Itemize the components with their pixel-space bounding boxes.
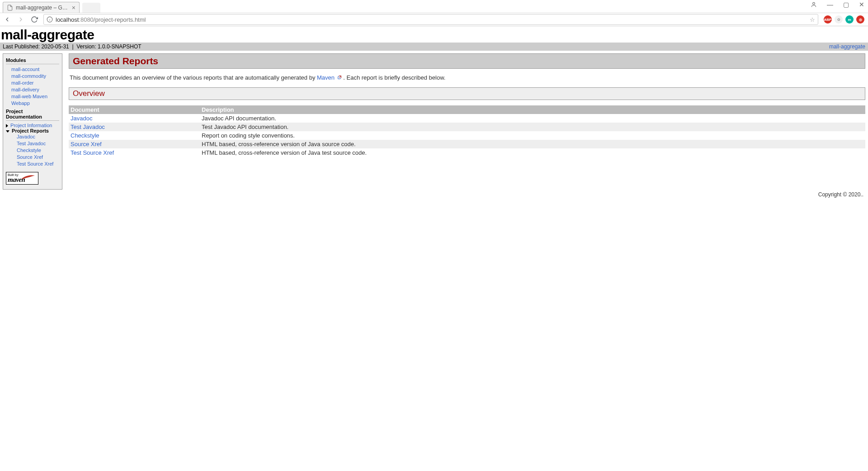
info-icon[interactable] <box>47 16 53 23</box>
address-bar-row: localhost:8080/project-reports.html ☆ AB… <box>0 13 868 26</box>
external-link-icon <box>337 74 342 81</box>
tab-strip: mall-aggregate – Gene × — ▢ ✕ <box>0 0 868 13</box>
report-link[interactable]: Test Javadoc <box>71 124 105 130</box>
intro-text-post: . Each report is briefly described below… <box>343 74 445 81</box>
meta-bar: Last Published: 2020-05-31 | Version: 1.… <box>0 43 868 51</box>
version-label: Version: 1.0.0-SNAPSHOT <box>76 43 141 50</box>
sidebar-item-report[interactable]: Javadoc <box>17 134 35 139</box>
sidebar: Modules mall-account mall-commodity mall… <box>3 53 62 190</box>
reload-icon[interactable] <box>31 16 38 23</box>
main-content: Generated Reports This document provides… <box>69 53 865 157</box>
browser-tab[interactable]: mall-aggregate – Gene × <box>3 2 80 13</box>
maven-logo: maven <box>8 176 37 183</box>
built-by-maven-badge[interactable]: Built by: maven <box>6 172 38 185</box>
table-header-row: Document Description <box>69 105 865 114</box>
reports-table: Document Description Javadoc Javadoc API… <box>69 105 865 157</box>
forward-icon[interactable] <box>17 16 24 23</box>
report-link[interactable]: Source Xref <box>71 141 102 147</box>
table-row: Source Xref HTML based, cross-reference … <box>69 140 865 148</box>
sidebar-item-report[interactable]: Checkstyle <box>17 147 41 153</box>
file-icon <box>7 5 13 11</box>
user-icon[interactable] <box>811 1 817 8</box>
close-window-icon[interactable]: ✕ <box>859 1 864 8</box>
intro-text-pre: This document provides an overview of th… <box>70 74 317 81</box>
browser-chrome: mall-aggregate – Gene × — ▢ ✕ localhost:… <box>0 0 868 26</box>
extension-icon-teal[interactable]: m <box>845 15 854 24</box>
intro-paragraph: This document provides an overview of th… <box>69 74 865 81</box>
th-description: Description <box>200 105 865 114</box>
meta-left: Last Published: 2020-05-31 | Version: 1.… <box>3 43 142 50</box>
address-bar[interactable]: localhost:8080/project-reports.html ☆ <box>43 14 818 25</box>
bookmark-star-icon[interactable]: ☆ <box>810 16 815 23</box>
reports-list: Javadoc Test Javadoc Checkstyle Source X… <box>6 133 59 167</box>
sidebar-item-project-info[interactable]: Project Information <box>6 123 59 128</box>
table-row: Test Javadoc Test Javadoc API documentat… <box>69 123 865 131</box>
table-row: Javadoc Javadoc API documentation. <box>69 114 865 123</box>
th-document: Document <box>69 105 200 114</box>
window-controls: — ▢ ✕ <box>811 1 864 8</box>
section-heading: Generated Reports <box>69 53 865 69</box>
footer-copyright: Copyright © 2020.. <box>0 190 868 198</box>
maven-link[interactable]: Maven <box>317 74 335 81</box>
sidebar-item-project-reports[interactable]: Project Reports <box>6 128 59 133</box>
sidebar-item-module[interactable]: mall-delivery <box>11 87 39 92</box>
report-desc: Test Javadoc API documentation. <box>200 123 865 131</box>
table-row: Test Source Xref HTML based, cross-refer… <box>69 148 865 157</box>
sidebar-item-report[interactable]: Test Source Xref <box>17 161 53 167</box>
subsection-heading: Overview <box>69 87 865 100</box>
extension-icons: ABP ✿ m ◎ <box>824 15 864 24</box>
svg-point-0 <box>813 2 815 5</box>
modules-list: mall-account mall-commodity mall-order m… <box>6 66 59 107</box>
sidebar-item-module[interactable]: mall-web Maven Webapp <box>11 94 47 106</box>
page-body: mall-aggregate Last Published: 2020-05-3… <box>0 27 868 198</box>
report-desc: HTML based, cross-reference version of J… <box>200 140 865 148</box>
back-icon[interactable] <box>4 16 11 23</box>
new-tab-button[interactable] <box>82 3 100 13</box>
report-desc: Report on coding style conventions. <box>200 131 865 140</box>
breadcrumb-link[interactable]: mall-aggregate <box>829 43 865 50</box>
last-published-label: Last Published: 2020-05-31 <box>3 43 69 50</box>
chevron-down-icon <box>6 130 9 133</box>
feather-icon <box>20 175 36 180</box>
report-link[interactable]: Test Source Xref <box>71 149 114 156</box>
maximize-icon[interactable]: ▢ <box>843 1 849 8</box>
sidebar-item-report[interactable]: Test Javadoc <box>17 141 46 146</box>
tab-title: mall-aggregate – Gene <box>16 5 69 11</box>
extension-icon-red[interactable]: ◎ <box>856 15 864 24</box>
abp-extension-icon[interactable]: ABP <box>824 15 832 24</box>
page-title: mall-aggregate <box>1 27 868 43</box>
project-reports-label: Project Reports <box>12 128 49 133</box>
sidebar-item-module[interactable]: mall-order <box>11 80 34 86</box>
sidebar-item-module[interactable]: mall-account <box>11 67 39 72</box>
report-desc: HTML based, cross-reference version of J… <box>200 148 865 157</box>
table-row: Checkstyle Report on coding style conven… <box>69 131 865 140</box>
sidebar-heading-docs: Project Documentation <box>6 109 59 119</box>
sidebar-item-module[interactable]: mall-commodity <box>11 73 46 79</box>
minimize-icon[interactable]: — <box>827 1 833 8</box>
extension-icon[interactable]: ✿ <box>835 15 843 24</box>
sidebar-item-report[interactable]: Source Xref <box>17 154 43 160</box>
sidebar-heading-modules: Modules <box>6 57 59 63</box>
chevron-right-icon <box>6 124 8 128</box>
report-link[interactable]: Checkstyle <box>71 132 99 139</box>
url-host: localhost:8080/project-reports.html <box>56 16 146 23</box>
report-link[interactable]: Javadoc <box>71 115 92 122</box>
project-info-link[interactable]: Project Information <box>10 123 52 128</box>
report-desc: Javadoc API documentation. <box>200 114 865 123</box>
close-icon[interactable]: × <box>72 5 75 11</box>
